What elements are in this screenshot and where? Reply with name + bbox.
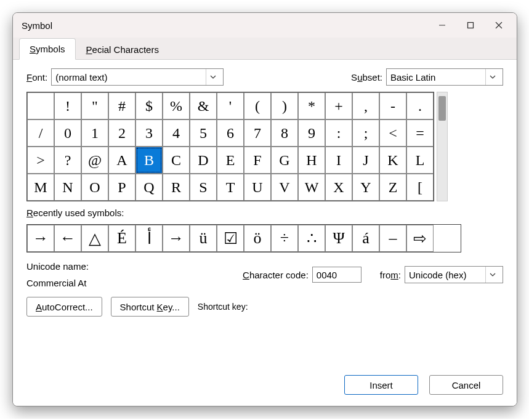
symbol-cell[interactable]: J xyxy=(352,147,379,174)
autocorrect-button[interactable]: AutoCorrect... xyxy=(26,297,102,317)
symbol-cell[interactable]: 3 xyxy=(135,119,163,147)
symbol-cell[interactable]: " xyxy=(81,92,108,119)
symbol-cell[interactable]: - xyxy=(379,92,406,119)
symbol-cell[interactable]: 6 xyxy=(217,119,244,147)
font-subset-row: Font: (normal text) Subset: Basic Latin xyxy=(26,68,503,86)
symbol-cell[interactable]: C xyxy=(163,147,190,174)
symbol-cell[interactable]: $ xyxy=(135,92,163,119)
recent-symbol-cell[interactable]: → xyxy=(27,225,54,252)
symbol-cell[interactable]: ? xyxy=(54,147,81,174)
symbol-cell[interactable]: F xyxy=(244,147,271,174)
maximize-button[interactable] xyxy=(456,15,485,35)
recent-symbol-cell[interactable]: → xyxy=(163,225,190,252)
recent-symbol-cell[interactable]: أ xyxy=(135,225,163,252)
font-select[interactable]: (normal text) xyxy=(51,68,224,86)
scrollbar-thumb[interactable] xyxy=(438,96,446,121)
symbol-cell[interactable]: 4 xyxy=(163,119,190,147)
symbol-cell[interactable]: & xyxy=(190,92,217,119)
symbol-cell[interactable]: K xyxy=(379,147,406,174)
shortcut-key-button[interactable]: Shortcut Key... xyxy=(111,297,189,317)
titlebar: Symbol xyxy=(13,13,517,38)
symbol-cell[interactable]: 5 xyxy=(190,119,217,147)
cancel-button[interactable]: Cancel xyxy=(429,375,503,395)
minimize-button[interactable] xyxy=(428,15,456,35)
symbol-cell[interactable]: ' xyxy=(217,92,244,119)
symbol-cell[interactable]: Z xyxy=(379,174,406,201)
symbol-cell[interactable]: Y xyxy=(352,174,379,201)
close-button[interactable] xyxy=(485,15,513,35)
subset-select[interactable]: Basic Latin xyxy=(386,68,503,86)
symbol-cell[interactable]: ; xyxy=(352,119,379,147)
insert-button[interactable]: Insert xyxy=(344,375,418,395)
symbol-cell[interactable]: I xyxy=(325,147,352,174)
recent-symbol-cell[interactable]: á xyxy=(352,225,379,252)
symbol-cell[interactable]: . xyxy=(406,92,434,119)
recent-symbol-cell[interactable]: É xyxy=(108,225,135,252)
tab-row: Symbols Pecial Characters xyxy=(13,38,517,60)
symbol-cell[interactable]: N xyxy=(54,174,81,201)
symbol-cell[interactable]: / xyxy=(27,119,54,147)
symbol-cell[interactable]: R xyxy=(163,174,190,201)
symbol-cell[interactable]: > xyxy=(27,147,54,174)
symbol-cell[interactable]: @ xyxy=(81,147,108,174)
tab-symbols[interactable]: Symbols xyxy=(19,38,76,60)
symbol-cell[interactable]: D xyxy=(190,147,217,174)
char-code-input[interactable]: 0040 xyxy=(312,267,361,283)
recent-label: Recently used symbols: xyxy=(26,208,503,218)
symbol-cell[interactable]: P xyxy=(108,174,135,201)
recent-symbol-cell[interactable]: ☑ xyxy=(217,225,244,252)
symbol-cell[interactable]: % xyxy=(163,92,190,119)
symbol-cell[interactable]: Q xyxy=(135,174,163,201)
symbol-cell[interactable]: H xyxy=(298,147,325,174)
recent-symbol-cell[interactable]: ÷ xyxy=(271,225,298,252)
symbol-cell[interactable]: ! xyxy=(54,92,81,119)
symbol-cell[interactable]: ( xyxy=(244,92,271,119)
symbol-cell[interactable]: 1 xyxy=(81,119,108,147)
tab-special-characters[interactable]: Pecial Characters xyxy=(76,39,169,60)
symbol-cell[interactable]: T xyxy=(217,174,244,201)
symbol-cell[interactable]: O xyxy=(81,174,108,201)
symbol-cell[interactable]: V xyxy=(271,174,298,201)
symbol-cell[interactable]: # xyxy=(108,92,135,119)
symbol-cell[interactable]: 2 xyxy=(108,119,135,147)
symbol-cell[interactable]: U xyxy=(244,174,271,201)
symbol-cell[interactable]: < xyxy=(379,119,406,147)
recent-symbol-cell[interactable]: ü xyxy=(190,225,217,252)
recent-grid: →←△Éأ→ü☑ö÷∴Ψá–⇨ xyxy=(26,224,461,252)
symbol-cell[interactable]: E xyxy=(217,147,244,174)
symbol-cell[interactable]: 7 xyxy=(244,119,271,147)
recent-symbol-cell[interactable]: ⇨ xyxy=(406,225,434,252)
symbol-cell[interactable]: M xyxy=(27,174,54,201)
symbol-cell[interactable]: A xyxy=(108,147,135,174)
symbol-cell[interactable]: : xyxy=(325,119,352,147)
symbol-cell[interactable]: X xyxy=(325,174,352,201)
recent-symbol-cell[interactable]: ← xyxy=(54,225,81,252)
symbol-scrollbar[interactable] xyxy=(437,92,448,201)
symbol-cell[interactable]: + xyxy=(325,92,352,119)
symbol-grid-wrap: !"#$%&'()*+,-./0123456789:;<=>?@ABCDEFGH… xyxy=(26,92,503,201)
symbol-cell[interactable]: L xyxy=(406,147,434,174)
recent-symbol-cell[interactable]: ∴ xyxy=(298,225,325,252)
symbol-cell[interactable]: ) xyxy=(271,92,298,119)
from-select[interactable]: Unicode (hex) xyxy=(405,266,503,283)
symbol-cell[interactable]: B xyxy=(135,147,163,174)
symbol-cell[interactable]: , xyxy=(352,92,379,119)
from-value: Unicode (hex) xyxy=(409,270,482,280)
symbol-cell[interactable]: 8 xyxy=(271,119,298,147)
from-label: from: xyxy=(380,270,401,280)
subset-label: Subset: xyxy=(351,72,382,83)
recent-symbol-cell[interactable]: – xyxy=(379,225,406,252)
recent-symbol-cell[interactable]: ö xyxy=(244,225,271,252)
recent-symbol-cell[interactable]: △ xyxy=(81,225,108,252)
symbol-cell[interactable]: G xyxy=(271,147,298,174)
symbol-cell[interactable]: = xyxy=(406,119,434,147)
symbol-cell[interactable]: 0 xyxy=(54,119,81,147)
symbol-cell[interactable]: 9 xyxy=(298,119,325,147)
symbol-cell[interactable]: * xyxy=(298,92,325,119)
symbol-cell[interactable]: S xyxy=(190,174,217,201)
symbol-cell[interactable]: W xyxy=(298,174,325,201)
recent-symbol-cell[interactable]: Ψ xyxy=(325,225,352,252)
unicode-name-label: Unicode name: xyxy=(26,261,211,272)
symbol-cell[interactable]: [ xyxy=(406,174,434,201)
symbol-cell[interactable] xyxy=(27,92,54,119)
